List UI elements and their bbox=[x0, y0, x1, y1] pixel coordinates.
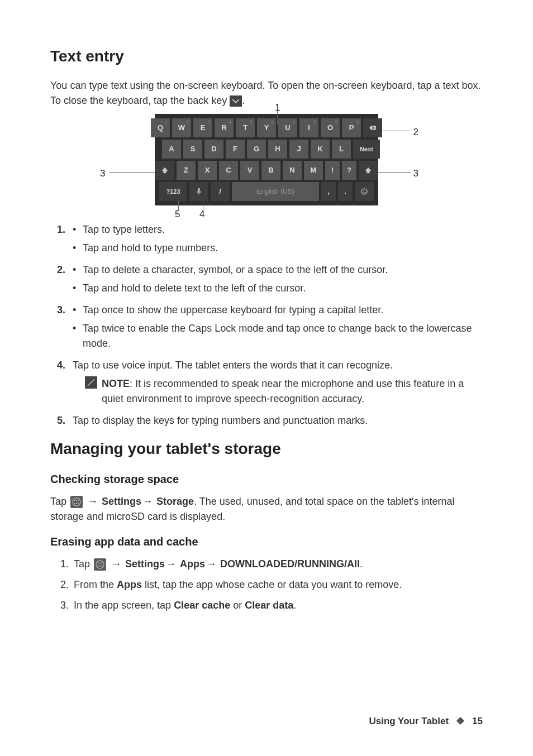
note-icon bbox=[85, 376, 97, 389]
key-s[interactable]: S bbox=[183, 140, 202, 159]
shift-icon bbox=[161, 166, 169, 174]
list-item-3a: Tap once to show the uppercase keyboard … bbox=[73, 303, 483, 318]
backspace-icon bbox=[369, 124, 377, 132]
apps-bold: Apps bbox=[180, 558, 205, 570]
key-d[interactable]: D bbox=[204, 140, 223, 159]
arrow-icon: → bbox=[88, 496, 98, 507]
erasing-step-3: 3. In the app screen, tap Clear cache or… bbox=[61, 598, 483, 613]
callout-list: 1. Tap to type letters. Tap and hold to … bbox=[50, 222, 483, 428]
key-r[interactable]: R4 bbox=[215, 118, 234, 137]
apps-icon bbox=[70, 496, 83, 508]
key-space[interactable]: English (US) bbox=[232, 182, 319, 201]
key-i[interactable]: I8 bbox=[299, 118, 318, 137]
callout-5: 5 bbox=[175, 207, 180, 222]
key-j[interactable]: J bbox=[289, 140, 308, 159]
svg-point-6 bbox=[365, 190, 365, 191]
key-question[interactable]: ? bbox=[342, 161, 356, 180]
key-z[interactable]: Z bbox=[177, 161, 196, 180]
key-x[interactable]: X bbox=[198, 161, 217, 180]
settings-bold: Settings bbox=[125, 558, 165, 570]
note-text: NOTE: It is recommended to speak near th… bbox=[102, 376, 483, 406]
key-a[interactable]: A bbox=[162, 140, 181, 159]
key-u[interactable]: U7 bbox=[278, 118, 297, 137]
keyboard-row-1: Q1 W2 E3 R4 T5 Y6 U7 I8 O9 P0 bbox=[159, 118, 374, 137]
key-symbols[interactable]: ?123 bbox=[159, 182, 187, 201]
keyboard-row-3: Z X C V B N M ! ? bbox=[159, 161, 374, 180]
key-p[interactable]: P0 bbox=[342, 118, 361, 137]
key-emoji[interactable] bbox=[355, 182, 374, 201]
key-dot[interactable]: . bbox=[338, 182, 353, 201]
heading-text-entry: Text entry bbox=[50, 45, 483, 68]
key-shift-left[interactable] bbox=[155, 161, 174, 180]
keyboard-image: Q1 W2 E3 R4 T5 Y6 U7 I8 O9 P0 A S D F G … bbox=[155, 114, 378, 205]
svg-point-10 bbox=[78, 500, 79, 501]
callout-1-line bbox=[277, 111, 278, 125]
keyboard-figure: 1 2 3 3 5 4 Q1 W2 E3 R4 T5 Y6 U7 I8 O9 P… bbox=[116, 114, 417, 205]
settings-bold: Settings bbox=[102, 496, 141, 507]
key-comma[interactable]: , bbox=[321, 182, 336, 201]
list-item-1b: Tap and hold to type numbers. bbox=[73, 241, 483, 256]
list-item-2b: Tap and hold to delete text to the left … bbox=[73, 281, 483, 296]
key-w[interactable]: W2 bbox=[172, 118, 191, 137]
key-slash[interactable]: / bbox=[211, 182, 230, 201]
key-o[interactable]: O9 bbox=[321, 118, 340, 137]
erasing-step-1: 1. Tap → Settings→ Apps→ DOWNLOADED/RUNN… bbox=[61, 557, 483, 572]
key-q[interactable]: Q1 bbox=[151, 118, 170, 137]
apps-icon bbox=[94, 558, 106, 571]
list-item-3: 3. Tap once to show the uppercase keyboa… bbox=[61, 303, 483, 351]
callout-3-left: 3 bbox=[100, 166, 105, 181]
svg-point-17 bbox=[102, 563, 103, 564]
note-row: NOTE: It is recommended to speak near th… bbox=[73, 376, 483, 406]
svg-point-4 bbox=[361, 189, 368, 195]
tabs-bold: DOWNLOADED/RUNNING/All bbox=[220, 558, 360, 570]
svg-point-11 bbox=[74, 503, 75, 504]
heading-checking: Checking storage space bbox=[50, 471, 483, 487]
svg-point-18 bbox=[97, 566, 98, 567]
key-l[interactable]: L bbox=[332, 140, 351, 159]
key-m[interactable]: M bbox=[304, 161, 323, 180]
key-v[interactable]: V bbox=[240, 161, 259, 180]
svg-point-7 bbox=[73, 498, 80, 506]
callout-2-line bbox=[378, 131, 411, 131]
list-item-4: 4. Tap to use voice input. The tablet en… bbox=[61, 358, 483, 406]
svg-rect-2 bbox=[198, 188, 199, 192]
key-e[interactable]: E3 bbox=[193, 118, 212, 137]
key-k[interactable]: K bbox=[311, 140, 330, 159]
smiley-icon bbox=[360, 188, 368, 195]
list-item-2a: Tap to delete a character, symbol, or a … bbox=[73, 262, 483, 277]
key-f[interactable]: F bbox=[226, 140, 245, 159]
key-t[interactable]: T5 bbox=[236, 118, 255, 137]
key-y[interactable]: Y6 bbox=[257, 118, 276, 137]
footer-title: Using Your Tablet bbox=[369, 714, 449, 729]
svg-point-13 bbox=[78, 503, 79, 504]
microphone-icon bbox=[195, 188, 203, 195]
svg-point-5 bbox=[363, 190, 364, 191]
callout-2: 2 bbox=[413, 125, 418, 140]
key-g[interactable]: G bbox=[247, 140, 266, 159]
key-c[interactable]: C bbox=[219, 161, 238, 180]
list-item-5-text: Tap to display the keys for typing numbe… bbox=[73, 415, 368, 426]
heading-erasing: Erasing app data and cache bbox=[50, 533, 483, 550]
callout-3r-line bbox=[378, 172, 411, 173]
key-next[interactable]: Next bbox=[353, 140, 380, 159]
keyboard-row-2: A S D F G H J K L Next bbox=[159, 140, 374, 159]
key-voice[interactable] bbox=[189, 182, 208, 201]
callout-3-right: 3 bbox=[413, 166, 418, 181]
key-h[interactable]: H bbox=[268, 140, 287, 159]
key-b[interactable]: B bbox=[261, 161, 280, 180]
intro-paragraph: You can type text using the on-screen ke… bbox=[50, 78, 483, 108]
list-item-3b: Tap twice to enable the Caps Lock mode a… bbox=[73, 321, 483, 351]
key-backspace[interactable] bbox=[363, 118, 382, 137]
key-exclaim[interactable]: ! bbox=[325, 161, 340, 180]
erasing-step-2: 2. From the Apps list, tap the app whose… bbox=[61, 577, 483, 592]
svg-point-8 bbox=[74, 500, 75, 501]
list-item-1a: Tap to type letters. bbox=[73, 222, 483, 237]
svg-point-9 bbox=[76, 500, 77, 501]
svg-point-12 bbox=[76, 503, 77, 504]
list-item-4-text: Tap to use voice input. The tablet enter… bbox=[73, 360, 393, 371]
key-shift-right[interactable] bbox=[359, 161, 378, 180]
checking-paragraph: Tap → Settings→ Storage. The used, unuse… bbox=[50, 494, 483, 524]
back-key-icon bbox=[230, 95, 242, 107]
key-n[interactable]: N bbox=[283, 161, 302, 180]
heading-storage: Managing your tablet's storage bbox=[50, 437, 483, 461]
